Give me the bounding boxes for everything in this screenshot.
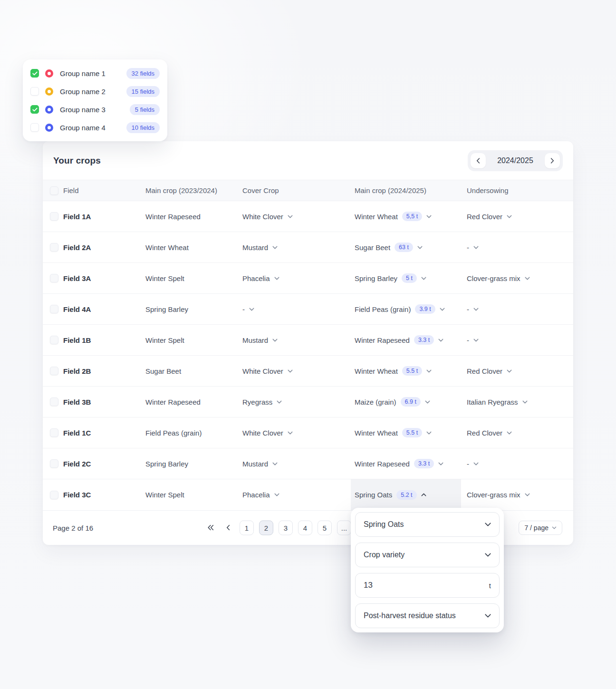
row-checkbox[interactable] (50, 428, 58, 437)
group-list-item: Group name 4 10 fields (30, 119, 160, 136)
chevron-down-icon (485, 523, 491, 526)
row-checkbox[interactable] (50, 459, 58, 468)
group-label: Group name 3 (60, 106, 106, 114)
table-body: Field 1A Winter Rapeseed White Clover Wi… (43, 201, 573, 510)
prev-crop-cell: Winter Wheat (145, 243, 242, 252)
prev-crop-cell: Winter Rapeseed (145, 398, 242, 406)
chevron-down-icon (277, 400, 282, 404)
cover-crop-select[interactable]: Mustard (242, 460, 355, 468)
groups-panel: Group name 1 32 fields Group name 2 15 f… (23, 59, 167, 141)
chevron-down-icon (426, 215, 432, 218)
page-number-button[interactable]: 3 (279, 520, 293, 535)
prev-crop-cell: Winter Spelt (145, 491, 242, 499)
group-checkbox[interactable] (30, 105, 39, 114)
residue-status-select[interactable]: Post-harvest residue status (355, 603, 500, 628)
row-checkbox[interactable] (50, 398, 58, 406)
undersowing-select[interactable]: - (467, 336, 573, 344)
cover-crop-select[interactable]: Phacelia (242, 274, 355, 282)
page-size-select[interactable]: 7 / page (519, 521, 562, 535)
crop-variety-select[interactable]: Crop variety (355, 543, 500, 567)
row-checkbox[interactable] (50, 336, 58, 344)
cover-crop-select[interactable]: Mustard (242, 336, 355, 344)
row-checkbox[interactable] (50, 305, 58, 313)
chevron-down-icon (522, 400, 528, 404)
main-crop-select[interactable]: Field Peas (grain) 3.9 t (355, 294, 467, 324)
double-chevron-left-icon (207, 525, 214, 531)
year-next-button[interactable] (545, 153, 560, 168)
chevron-down-icon (288, 431, 293, 435)
chevron-down-icon (552, 526, 557, 529)
cover-crop-select[interactable]: White Clover (242, 367, 355, 375)
cover-crop-select[interactable]: Phacelia (242, 491, 355, 499)
chevron-down-icon (249, 308, 254, 311)
prev-page-button[interactable] (222, 521, 234, 535)
column-header-prev-crop: Main crop (2023/2024) (145, 186, 242, 194)
yield-badge: 5.2 t (396, 490, 416, 500)
group-checkbox[interactable] (30, 69, 39, 78)
undersowing-select[interactable]: - (467, 243, 573, 252)
group-checkbox[interactable] (30, 87, 39, 96)
page-number-button[interactable]: 5 (318, 520, 332, 535)
yield-badge: 3.3 t (414, 459, 434, 468)
chevron-down-icon (426, 369, 432, 373)
page-number-button[interactable]: 2 (259, 520, 273, 535)
crop-editor-popover: Spring Oats Crop variety t Post-harvest … (351, 508, 504, 632)
prev-crop-cell: Winter Spelt (145, 274, 242, 282)
main-crop-select[interactable]: Sugar Beet 63 t (355, 232, 467, 262)
main-crop-select[interactable]: Spring Oats 5.2 t (351, 479, 461, 510)
undersowing-select[interactable]: Clover-grass mix (467, 274, 573, 282)
group-checkbox[interactable] (30, 123, 39, 132)
prev-crop-cell: Spring Barley (145, 460, 242, 468)
row-checkbox[interactable] (50, 243, 58, 252)
main-crop-select[interactable]: Maize (grain) 6.9 t (355, 387, 467, 417)
chevron-down-icon (485, 614, 491, 618)
field-name: Field 3C (63, 491, 91, 499)
undersowing-select[interactable]: - (467, 305, 573, 313)
cover-crop-select[interactable]: - (242, 305, 355, 313)
page-ellipsis-button[interactable]: ... (337, 520, 351, 535)
row-checkbox[interactable] (50, 274, 58, 282)
year-value: 2024/2025 (486, 156, 545, 165)
chevron-up-icon (421, 493, 426, 496)
row-checkbox[interactable] (50, 491, 58, 499)
cover-crop-select[interactable]: White Clover (242, 213, 355, 221)
year-selector: 2024/2025 (468, 150, 563, 171)
chevron-down-icon (272, 462, 278, 466)
page-number-button[interactable]: 1 (240, 520, 254, 535)
undersowing-select[interactable]: Italian Ryegrass (467, 398, 573, 406)
field-name: Field 4A (63, 305, 91, 313)
row-checkbox[interactable] (50, 367, 58, 375)
table-row: Field 1A Winter Rapeseed White Clover Wi… (43, 201, 573, 232)
undersowing-select[interactable]: Red Clover (467, 213, 573, 221)
column-header-field: Field (63, 186, 79, 194)
first-page-button[interactable] (204, 521, 217, 535)
yield-input[interactable] (364, 581, 489, 590)
group-fields-badge: 5 fields (130, 104, 160, 115)
yield-badge: 6.9 t (401, 397, 421, 407)
group-label: Group name 1 (60, 69, 106, 78)
cover-crop-select[interactable]: Mustard (242, 243, 355, 252)
select-all-checkbox[interactable] (50, 186, 58, 195)
main-crop-select[interactable]: Winter Wheat 5,5 t (355, 201, 467, 232)
undersowing-select[interactable]: Red Clover (467, 429, 573, 437)
main-crop-select[interactable]: Winter Rapeseed 3.3 t (355, 325, 467, 355)
page-number-button[interactable]: 4 (298, 520, 312, 535)
pagination-nav: 1 2 3 4 5 ... (204, 520, 351, 535)
year-prev-button[interactable] (471, 153, 486, 168)
main-crop-select[interactable]: Spring Barley 5 t (355, 263, 467, 293)
undersowing-select[interactable]: Red Clover (467, 367, 573, 375)
yield-badge: 3.9 t (415, 304, 435, 314)
table-row: Field 1B Winter Spelt Mustard Winter Rap… (43, 325, 573, 356)
crop-select-value: Spring Oats (364, 520, 404, 529)
page-canvas: Group name 1 32 fields Group name 2 15 f… (0, 0, 616, 689)
cover-crop-select[interactable]: White Clover (242, 429, 355, 437)
main-crop-select[interactable]: Winter Rapeseed 3.3 t (355, 448, 467, 479)
main-crop-select[interactable]: Winter Wheat 5.5 t (355, 417, 467, 448)
undersowing-select[interactable]: Clover-grass mix (467, 491, 573, 499)
main-crop-select[interactable]: Winter Wheat 5.5 t (355, 356, 467, 386)
field-name: Field 2A (63, 243, 91, 252)
crop-select[interactable]: Spring Oats (355, 512, 500, 537)
cover-crop-select[interactable]: Ryegrass (242, 398, 355, 406)
undersowing-select[interactable]: - (467, 460, 573, 468)
row-checkbox[interactable] (50, 212, 58, 221)
